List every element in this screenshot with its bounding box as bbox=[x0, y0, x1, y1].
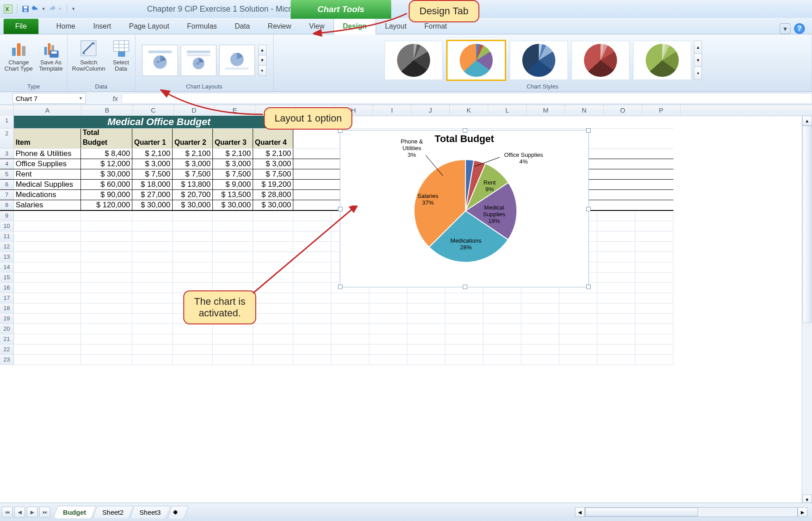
cell[interactable] bbox=[635, 211, 673, 221]
sheet-tab-budget[interactable]: Budget bbox=[53, 506, 96, 518]
table-cell[interactable]: $ 30,000 bbox=[173, 200, 213, 210]
cell[interactable] bbox=[81, 303, 132, 313]
cell[interactable] bbox=[559, 303, 597, 313]
cell[interactable] bbox=[407, 324, 445, 334]
sheet-nav-first[interactable]: ⏮ bbox=[2, 507, 13, 517]
table-cell[interactable]: $ 2,100 bbox=[253, 149, 293, 159]
cell[interactable] bbox=[369, 345, 407, 354]
styles-up[interactable]: ▲ bbox=[694, 41, 702, 54]
cell[interactable] bbox=[253, 262, 293, 272]
cell[interactable] bbox=[521, 355, 559, 365]
cell[interactable] bbox=[407, 303, 445, 313]
cell[interactable] bbox=[559, 334, 597, 344]
scroll-up[interactable]: ▲ bbox=[802, 116, 812, 126]
cell[interactable] bbox=[81, 231, 132, 241]
row-header[interactable]: 17 bbox=[0, 293, 14, 303]
layouts-down[interactable]: ▼ bbox=[259, 55, 266, 66]
resize-handle[interactable] bbox=[586, 207, 591, 211]
table-cell[interactable]: $ 27,000 bbox=[132, 190, 173, 200]
cell[interactable] bbox=[369, 355, 407, 365]
table-cell[interactable]: $ 13,800 bbox=[173, 180, 213, 189]
cell[interactable] bbox=[81, 273, 132, 282]
table-cell[interactable]: $ 2,100 bbox=[213, 149, 253, 159]
cell[interactable] bbox=[14, 273, 81, 282]
cell[interactable] bbox=[293, 221, 331, 231]
chart-style-1[interactable] bbox=[385, 41, 443, 80]
chart-layout-3[interactable] bbox=[219, 45, 255, 76]
cell[interactable] bbox=[14, 293, 81, 303]
cell[interactable] bbox=[213, 242, 253, 252]
col-header[interactable]: M bbox=[527, 105, 565, 116]
col-header[interactable]: P bbox=[642, 105, 681, 116]
cell[interactable] bbox=[132, 324, 173, 334]
cell[interactable] bbox=[132, 262, 173, 272]
cell[interactable] bbox=[559, 314, 597, 324]
tab-review[interactable]: Review bbox=[259, 19, 300, 34]
cell[interactable] bbox=[293, 231, 331, 241]
table-cell[interactable]: Office Supplies bbox=[14, 159, 81, 169]
cell[interactable] bbox=[173, 273, 213, 282]
cell[interactable] bbox=[14, 355, 81, 365]
cell[interactable] bbox=[445, 314, 483, 324]
cell[interactable] bbox=[173, 345, 213, 354]
cell[interactable] bbox=[293, 355, 331, 365]
cell[interactable] bbox=[635, 355, 673, 365]
scroll-left[interactable]: ◀ bbox=[575, 507, 585, 517]
cell[interactable] bbox=[597, 262, 635, 272]
cell[interactable] bbox=[635, 334, 673, 344]
switch-row-column-button[interactable]: Switch Row/Column bbox=[72, 39, 105, 72]
cell[interactable] bbox=[132, 273, 173, 282]
cell[interactable] bbox=[14, 262, 81, 272]
cell[interactable] bbox=[597, 345, 635, 354]
cell[interactable] bbox=[445, 293, 483, 303]
cell[interactable] bbox=[132, 314, 173, 324]
cell[interactable] bbox=[173, 231, 213, 241]
name-box[interactable]: Chart 7 ▼ bbox=[13, 93, 86, 104]
cell[interactable] bbox=[173, 221, 213, 231]
scroll-thumb[interactable] bbox=[803, 126, 812, 323]
cell[interactable] bbox=[132, 355, 173, 365]
table-cell[interactable]: $ 12,000 bbox=[81, 159, 132, 169]
cell[interactable] bbox=[132, 231, 173, 241]
resize-handle[interactable] bbox=[338, 285, 343, 289]
cell[interactable] bbox=[253, 242, 293, 252]
col-header[interactable]: E bbox=[215, 105, 255, 116]
row-header[interactable]: 8 bbox=[0, 200, 14, 210]
table-title[interactable]: Medical Office Budget bbox=[14, 116, 304, 128]
cell[interactable] bbox=[331, 345, 369, 354]
chart-title[interactable]: Total Budget bbox=[435, 133, 494, 145]
resize-handle[interactable] bbox=[463, 285, 467, 289]
tab-data[interactable]: Data bbox=[226, 19, 259, 34]
cell[interactable] bbox=[253, 334, 293, 344]
cell[interactable] bbox=[213, 355, 253, 365]
cell[interactable] bbox=[445, 355, 483, 365]
resize-handle[interactable] bbox=[586, 285, 591, 289]
styles-more[interactable]: ▾ bbox=[694, 67, 702, 80]
cell[interactable] bbox=[407, 355, 445, 365]
col-header[interactable]: K bbox=[450, 105, 488, 116]
cell[interactable] bbox=[253, 211, 293, 221]
cell[interactable] bbox=[331, 334, 369, 344]
resize-handle[interactable] bbox=[463, 128, 467, 133]
cell[interactable] bbox=[14, 314, 81, 324]
cell[interactable] bbox=[597, 221, 635, 231]
cell[interactable] bbox=[132, 293, 173, 303]
cell[interactable] bbox=[635, 303, 673, 313]
cell[interactable] bbox=[635, 221, 673, 231]
row-header[interactable]: 12 bbox=[0, 242, 14, 252]
cell[interactable] bbox=[521, 324, 559, 334]
cell[interactable] bbox=[213, 324, 253, 334]
row-header[interactable]: 20 bbox=[0, 324, 14, 334]
cell[interactable] bbox=[81, 355, 132, 365]
table-cell[interactable]: Medical Supplies bbox=[14, 180, 81, 189]
cell[interactable] bbox=[293, 293, 331, 303]
cell[interactable] bbox=[213, 273, 253, 282]
undo-dd[interactable]: ▼ bbox=[42, 7, 46, 11]
chart-layout-2[interactable]: %% bbox=[181, 45, 216, 76]
row-header[interactable]: 16 bbox=[0, 283, 14, 293]
tab-insert[interactable]: Insert bbox=[84, 19, 120, 34]
cell[interactable] bbox=[132, 303, 173, 313]
cell[interactable] bbox=[635, 262, 673, 272]
cell[interactable] bbox=[253, 345, 293, 354]
cell[interactable] bbox=[213, 211, 253, 221]
